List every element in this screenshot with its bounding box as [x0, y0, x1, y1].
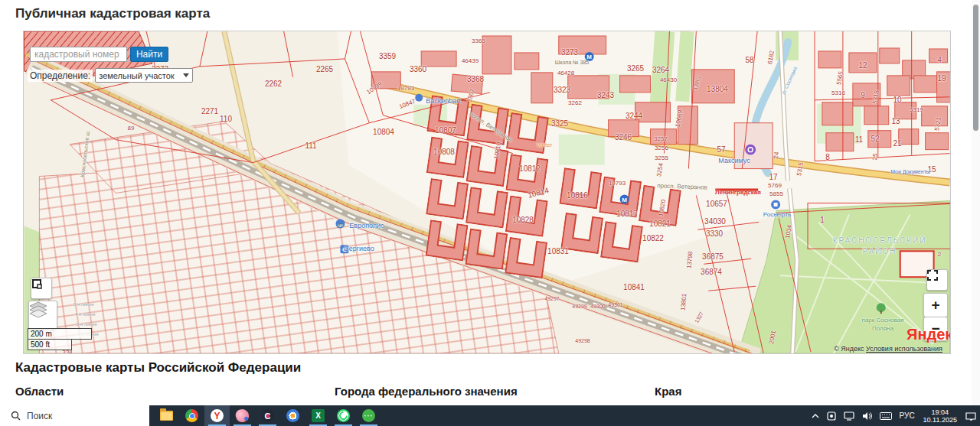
tray-language[interactable]: РУС — [896, 405, 919, 426]
scale-metric: 200 m — [28, 328, 92, 340]
yandex-browser-icon: Y — [211, 409, 224, 422]
tray-clock[interactable]: 19:04 10.11.2025 — [919, 408, 962, 424]
taskbar-icon-photos-app[interactable] — [280, 405, 305, 426]
yandex-logo: Яндекс — [906, 326, 951, 343]
tray-date: 10.11.2025 — [923, 416, 957, 424]
page-title: Публичная кадастровая карта — [15, 6, 210, 21]
footer-column-federal-cities[interactable]: Города федерального значения — [335, 385, 518, 398]
cadastral-map[interactable]: М М 🚌 С 22722265226222711101118933433593… — [23, 31, 951, 354]
system-tray: РУС 19:04 10.11.2025 — [808, 405, 980, 426]
tray-keyboard-icon[interactable] — [876, 405, 896, 426]
scrollbar-thumb[interactable] — [973, 5, 978, 131]
photos-app-icon — [286, 409, 299, 422]
taskbar-icon-yandex-browser[interactable]: Y — [204, 405, 230, 426]
zoom-in-button[interactable]: + — [923, 293, 948, 317]
cadastral-number-input[interactable] — [30, 47, 127, 62]
footer-column-oblasti[interactable]: Области — [15, 385, 64, 398]
layers-button[interactable] — [28, 301, 57, 330]
screen: Публичная кадастровая карта — [0, 0, 980, 426]
scale-bar: 200 m 500 ft — [28, 328, 92, 350]
chevron-down-icon — [183, 73, 189, 77]
footer-heading: Кадастровые карты Российской Федерации — [15, 360, 301, 376]
scale-imperial: 500 ft — [28, 340, 72, 350]
green-messenger-icon: ··· — [362, 409, 375, 422]
tray-time: 19:04 — [923, 408, 957, 416]
scrollbar[interactable] — [972, 0, 980, 405]
tray-network-icon[interactable] — [840, 405, 858, 426]
svg-text:М: М — [586, 54, 592, 60]
tray-notification-icon[interactable] — [962, 405, 980, 426]
taskbar-icon-chrome[interactable] — [179, 405, 204, 426]
area-select-button[interactable] — [31, 278, 52, 299]
whatsapp-icon — [337, 409, 350, 422]
excel-icon: X — [312, 409, 325, 422]
search-button[interactable]: Найти — [130, 47, 168, 62]
search-icon — [11, 411, 21, 421]
definition-select[interactable]: земельный участок — [95, 68, 193, 83]
taskbar-search-placeholder: Поиск — [27, 411, 52, 421]
pink-app-icon — [234, 408, 250, 424]
taskbar-icon-file-explorer[interactable] — [154, 405, 179, 426]
square-select-icon — [31, 278, 42, 289]
footer-column-kraya[interactable]: Края — [655, 385, 681, 398]
tray-app-icon[interactable] — [823, 405, 840, 426]
taskbar-icon-excel[interactable]: X — [305, 405, 331, 426]
svg-text:С: С — [342, 246, 347, 253]
svg-text:🚌: 🚌 — [337, 221, 344, 228]
taskbar-icon-ring-app[interactable]: C — [255, 405, 280, 426]
folder-icon — [160, 411, 173, 421]
fullscreen-icon — [927, 270, 938, 281]
taskbar-icons: Y C X ··· — [154, 405, 381, 426]
tray-chevron-up-icon[interactable] — [808, 405, 823, 426]
taskbar: Поиск Y C X ··· — [0, 405, 980, 426]
svg-text:М: М — [622, 197, 627, 203]
taskbar-icon-whatsapp[interactable] — [331, 405, 356, 426]
chrome-icon — [185, 409, 198, 422]
taskbar-icon-pink-app[interactable] — [230, 405, 255, 426]
ring-app-icon: C — [261, 409, 274, 422]
taskbar-search[interactable]: Поиск — [0, 405, 149, 426]
copyright: © Яндекс — [834, 345, 864, 353]
map-attribution: © Яндекс Условия использования — [834, 345, 942, 353]
taskbar-icon-green-messenger[interactable]: ··· — [356, 405, 381, 426]
definition-label: Определение: — [28, 70, 93, 82]
tray-volume-icon[interactable] — [858, 405, 876, 426]
map-search-bar: Найти — [30, 47, 168, 62]
terms-link[interactable]: Условия использования — [866, 345, 942, 353]
fullscreen-button[interactable] — [926, 269, 948, 291]
layers-icon — [29, 301, 47, 318]
definition-row: Определение: земельный участок — [28, 68, 193, 83]
